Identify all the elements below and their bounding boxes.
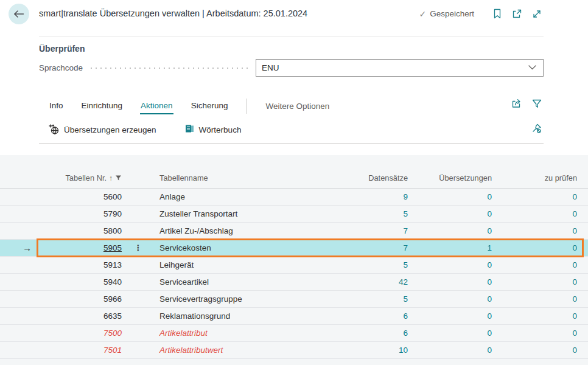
tab[interactable]: Einrichtung (81, 97, 124, 114)
filter-icon[interactable] (532, 99, 542, 109)
bookmark-icon[interactable] (492, 9, 502, 19)
row-menu-cell[interactable]: ⋮ (122, 192, 155, 201)
dictionary-button[interactable]: Wörterbuch (184, 123, 242, 136)
row-menu-cell[interactable]: ⋮ (122, 328, 155, 338)
top-bar: smart|translate Übersetzungen verwalten … (0, 0, 588, 27)
row-menu-cell[interactable]: ⋮ (122, 311, 155, 321)
datensaetze-cell[interactable]: 7 (338, 243, 408, 252)
uebersetzungen-cell[interactable]: 0 (408, 294, 492, 304)
tabellenname-cell: Reklamationsgrund (155, 311, 338, 321)
uebersetzungen-cell[interactable]: 0 (408, 346, 492, 355)
row-menu-cell[interactable]: ⋮ (122, 294, 155, 304)
uebersetzungen-cell[interactable]: 0 (408, 311, 492, 321)
tabellen-nr-value[interactable]: 7501 (103, 346, 122, 355)
row-menu-cell[interactable]: ⋮ (122, 277, 155, 287)
open-in-new-window-icon[interactable] (512, 9, 522, 19)
tab[interactable]: Info (49, 97, 64, 114)
tabellen-nr-value[interactable]: 5940 (103, 277, 122, 287)
table-row[interactable]: → 5790 ⋮ Zusteller Transportart 5 0 0 (0, 206, 588, 223)
zu-pruefen-cell[interactable]: 0 (492, 294, 577, 304)
tabellen-nr-cell[interactable]: 7501 (37, 346, 122, 355)
expand-icon[interactable] (532, 9, 542, 19)
column-header-uebersetzungen[interactable]: Übersetzungen (408, 173, 492, 182)
uebersetzungen-cell[interactable]: 0 (408, 226, 492, 235)
tabellen-nr-cell[interactable]: 5913 (37, 260, 122, 269)
row-menu-cell[interactable]: ⋮ (122, 260, 155, 269)
zu-pruefen-cell[interactable]: 0 (492, 260, 577, 269)
tabellen-nr-value[interactable]: 7500 (103, 328, 122, 338)
zu-pruefen-cell[interactable]: 0 (492, 243, 577, 252)
tabellen-nr-value[interactable]: 5913 (103, 260, 122, 269)
uebersetzungen-cell[interactable]: 0 (408, 209, 492, 218)
datensaetze-cell[interactable]: 7 (338, 226, 408, 235)
column-header-tabellenname[interactable]: Tabellenname (155, 173, 338, 182)
datensaetze-cell[interactable]: 5 (338, 209, 408, 218)
tabellen-nr-value[interactable]: 5600 (103, 192, 122, 201)
tabellen-nr-value[interactable]: 5966 (103, 294, 122, 304)
table-row[interactable]: → 5800 ⋮ Artikel Zu-/Abschlag 7 0 0 (0, 223, 588, 240)
uebersetzungen-cell[interactable]: 0 (408, 328, 492, 338)
zu-pruefen-cell[interactable]: 0 (492, 277, 577, 287)
more-options-button[interactable]: Weitere Optionen (265, 102, 329, 111)
tabellen-nr-cell[interactable]: 6635 (37, 311, 122, 321)
row-menu-cell[interactable]: ⋮ (122, 346, 155, 355)
tabellen-nr-cell[interactable]: 5790 (37, 209, 122, 218)
tabellen-nr-value[interactable]: 5800 (103, 226, 122, 235)
unpin-icon[interactable] (531, 123, 542, 134)
column-header-tabellen-nr[interactable]: Tabellen Nr. ↑ (37, 173, 122, 182)
row-menu-icon[interactable]: ⋮ (135, 243, 143, 252)
zu-pruefen-cell[interactable]: 0 (492, 192, 577, 201)
tabellen-nr-value[interactable]: 6635 (103, 311, 122, 321)
back-button[interactable] (9, 4, 29, 24)
datensaetze-cell[interactable]: 42 (338, 277, 408, 287)
command-bar-divider (39, 143, 544, 144)
generate-translations-button[interactable]: Übersetzungen erzeugen (49, 124, 156, 135)
uebersetzungen-cell[interactable]: 0 (408, 260, 492, 269)
column-filter-icon (115, 175, 122, 181)
datensaetze-cell[interactable]: 5 (338, 260, 408, 269)
dictionary-icon (184, 123, 195, 136)
column-header-zu-pruefen[interactable]: zu prüfen (492, 173, 577, 182)
check-icon: ✓ (419, 9, 426, 19)
datensaetze-cell[interactable]: 9 (338, 192, 408, 201)
datensaetze-cell[interactable]: 5 (338, 294, 408, 304)
row-menu-cell[interactable]: ⋮ (122, 209, 155, 218)
table-row[interactable]: → 5913 ⋮ Leihgerät 5 0 0 (0, 257, 588, 274)
zu-pruefen-cell[interactable]: 0 (492, 209, 577, 218)
tab[interactable]: Aktionen (140, 97, 173, 114)
tabellen-nr-cell[interactable]: 5905 (37, 243, 122, 252)
language-code-select[interactable]: ENU (256, 59, 544, 77)
datensaetze-cell[interactable]: 6 (338, 311, 408, 321)
table-row[interactable]: → 5966 ⋮ Servicevertragsgruppe 5 0 0 (0, 291, 588, 308)
zu-pruefen-cell[interactable]: 0 (492, 311, 577, 321)
tabellen-nr-value[interactable]: 5905 (103, 243, 122, 252)
table-row[interactable]: → 5600 ⋮ Anlage 9 0 0 (0, 189, 588, 206)
table-row[interactable]: → 5940 ⋮ Serviceartikel 42 0 0 (0, 274, 588, 291)
row-menu-cell[interactable]: ⋮ (122, 243, 155, 252)
datensaetze-cell[interactable]: 10 (338, 346, 408, 355)
chevron-down-icon[interactable] (528, 65, 536, 70)
table-row[interactable]: → 5905 ⋮ Servicekosten 7 1 0 (0, 240, 588, 257)
zu-pruefen-cell[interactable]: 0 (492, 226, 577, 235)
uebersetzungen-cell[interactable]: 0 (408, 277, 492, 287)
generate-translations-label: Übersetzungen erzeugen (64, 125, 156, 134)
tabellenname-cell: Anlage (155, 192, 338, 201)
tabellen-nr-cell[interactable]: 5600 (37, 192, 122, 201)
datensaetze-cell[interactable]: 6 (338, 328, 408, 338)
tabellen-nr-cell[interactable]: 7500 (37, 328, 122, 338)
uebersetzungen-cell[interactable]: 0 (408, 192, 492, 201)
share-icon[interactable] (511, 99, 522, 109)
zu-pruefen-cell[interactable]: 0 (492, 346, 577, 355)
table-row[interactable]: → 7500 ⋮ Artikelattribut 6 0 0 (0, 325, 588, 342)
tabellen-nr-cell[interactable]: 5966 (37, 294, 122, 304)
table-row[interactable]: → 6635 ⋮ Reklamationsgrund 6 0 0 (0, 308, 588, 325)
row-menu-cell[interactable]: ⋮ (122, 226, 155, 235)
tabellen-nr-cell[interactable]: 5940 (37, 277, 122, 287)
tab[interactable]: Sicherung (191, 97, 229, 114)
uebersetzungen-cell[interactable]: 1 (408, 243, 492, 252)
table-row[interactable]: → 7501 ⋮ Artikelattributwert 10 0 0 (0, 342, 588, 359)
tabellen-nr-value[interactable]: 5790 (103, 209, 122, 218)
column-header-datensaetze[interactable]: Datensätze (338, 173, 408, 182)
tabellen-nr-cell[interactable]: 5800 (37, 226, 122, 235)
zu-pruefen-cell[interactable]: 0 (492, 328, 577, 338)
